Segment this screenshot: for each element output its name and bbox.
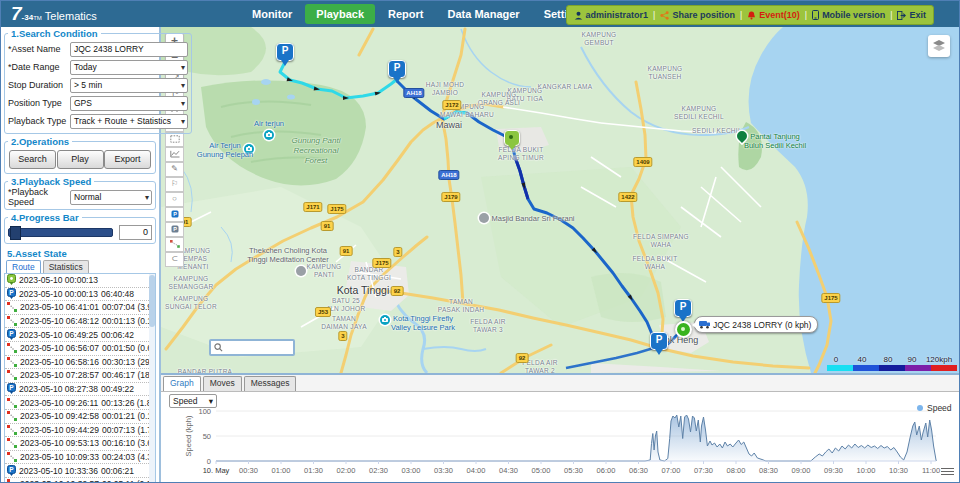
play-button[interactable]: Play: [57, 150, 104, 169]
select-area-tool[interactable]: [165, 132, 184, 147]
chart-menu-icon[interactable]: [941, 466, 954, 477]
entry-time: 2023-05-10 06:56:07: [20, 343, 99, 353]
entry-time: 2023-05-10 09:44:29: [20, 425, 99, 435]
draw-tool[interactable]: ✎: [165, 162, 184, 177]
svg-text:P: P: [9, 466, 14, 473]
road-badge-1409: 1409: [633, 157, 652, 167]
chart-legend[interactable]: Speed: [917, 403, 952, 413]
map-layers-button[interactable]: [928, 35, 950, 57]
flag-tool[interactable]: ⚐: [165, 177, 184, 192]
stop-duration-select[interactable]: > 5 min▾: [70, 78, 188, 93]
curve-tool[interactable]: ⊂: [165, 252, 184, 267]
user-bar-event-10[interactable]: Event(10): [747, 10, 800, 20]
nav-item-report[interactable]: Report: [377, 1, 434, 27]
asset-tab-route[interactable]: Route: [6, 260, 41, 273]
field-label: Playback Type: [8, 116, 70, 126]
parking-map-marker[interactable]: P: [276, 43, 294, 61]
position-type-select[interactable]: GPS▾: [70, 96, 188, 111]
asset-state-list: 2023-05-10 00:00:13P2023-05-10 00:00:130…: [4, 273, 156, 483]
asset-state-row[interactable]: 2023-05-10 09:53:1300:16:10 (3.6 km): [5, 437, 155, 451]
poi-dot-icon[interactable]: [296, 266, 306, 276]
progress-value[interactable]: 0: [119, 225, 152, 240]
asset-state-row[interactable]: 2023-05-10 10:39:5700:05:11 (0.9 km): [5, 478, 155, 483]
user-bar-share-position[interactable]: Share position: [660, 10, 735, 20]
export-button[interactable]: Export: [104, 150, 151, 169]
map-search-input[interactable]: [226, 342, 290, 354]
phone-icon: [812, 10, 819, 20]
nav-item-data-manager[interactable]: Data Manager: [436, 1, 530, 27]
asset-state-row[interactable]: 2023-05-10 06:48:1200:01:13 (0.1 km): [5, 315, 155, 329]
x-axis-tick-label: 02:00: [337, 466, 356, 475]
asset-state-row[interactable]: 2023-05-10 06:58:1600:30:13 (29.5 km): [5, 356, 155, 370]
road-badge-j179: J179: [441, 192, 460, 202]
progress-slider[interactable]: [8, 228, 113, 237]
entry-time: 2023-05-10 06:41:01: [20, 302, 99, 312]
asset-state-row[interactable]: 2023-05-10 10:09:3300:24:03 (4.3 km): [5, 451, 155, 465]
user-bar: administrator1|Share position|Event(10)|…: [566, 5, 934, 25]
x-axis-tick-label: 10. May: [203, 466, 230, 475]
stats-chart-tool[interactable]: [165, 147, 184, 162]
entry-detail: 00:07:04 (3.9 km): [102, 302, 156, 312]
stop-map-marker[interactable]: [504, 130, 520, 146]
share-icon: [660, 11, 669, 20]
asset-state-row[interactable]: 2023-05-10 09:26:1100:13:26 (1.8 km): [5, 396, 155, 410]
entry-detail: 00:01:50 (0.6 km): [102, 343, 156, 353]
asset-state-row[interactable]: P2023-05-10 00:00:1306:40:48: [5, 288, 155, 302]
parking-map-marker[interactable]: P: [388, 60, 406, 78]
parking-gray-marker-tool[interactable]: P: [165, 222, 184, 237]
asset-state-row[interactable]: 2023-05-10 06:41:0100:07:04 (3.9 km): [5, 301, 155, 315]
asset-list-scrollbar-thumb[interactable]: [149, 275, 155, 327]
asset-state-row[interactable]: P2023-05-10 10:33:3600:06:21: [5, 464, 155, 478]
parking-map-marker[interactable]: P: [674, 299, 692, 317]
asset-name-input[interactable]: [70, 42, 188, 57]
entry-time: 2023-05-10 06:58:16: [20, 357, 99, 367]
chevron-down-icon: ▾: [181, 61, 185, 74]
nav-item-monitor[interactable]: Monitor: [241, 1, 303, 27]
entry-detail: 00:49:22: [101, 384, 134, 394]
asset-state-row[interactable]: 2023-05-10 06:56:0700:01:50 (0.6 km): [5, 342, 155, 356]
user-bar-mobile-version[interactable]: Mobile version: [812, 10, 885, 20]
poi-camera-icon[interactable]: [264, 130, 274, 140]
poi-camera-icon[interactable]: [380, 315, 390, 325]
vehicle-info-label[interactable]: JQC 2438 LORRY (0 kph): [694, 316, 818, 333]
circle-tool[interactable]: ○: [165, 192, 184, 207]
field-label: Stop Duration: [8, 80, 70, 90]
road-badge-ah18: AH18: [438, 170, 459, 180]
asset-state-row[interactable]: P2023-05-10 08:27:3800:49:22: [5, 383, 155, 397]
map-terrain: [161, 27, 960, 373]
entry-time: 2023-05-10 06:48:12: [20, 316, 99, 326]
x-axis-tick-label: 02:30: [369, 466, 388, 475]
asset-state-row[interactable]: P2023-05-10 06:49:2500:06:42: [5, 328, 155, 342]
field-row-asset-name: *Asset Name: [8, 40, 188, 58]
x-axis-tick-label: 10:00: [857, 466, 876, 475]
poi-camera-icon[interactable]: [244, 144, 254, 154]
operations-section: 2.Operations SearchPlayExport: [4, 136, 156, 174]
asset-state-row[interactable]: 2023-05-10 09:44:2900:07:13 (1.7 km): [5, 424, 155, 438]
date-range-select[interactable]: Today▾: [70, 60, 188, 75]
x-axis-tick-label: 08:30: [759, 466, 778, 475]
parking-marker-tool[interactable]: P: [165, 207, 184, 222]
separator: |: [740, 10, 742, 20]
user-bar-administrator1[interactable]: administrator1: [574, 10, 649, 20]
progress-slider-handle[interactable]: [10, 226, 21, 240]
x-axis-tick-label: 07:00: [662, 466, 681, 475]
asset-state-row[interactable]: 2023-05-10 09:42:5800:01:21 (0.1 km): [5, 410, 155, 424]
x-axis-tick-label: 03:30: [434, 466, 453, 475]
asset-list-scrollbar[interactable]: [149, 274, 155, 483]
nav-item-playback[interactable]: Playback: [305, 4, 375, 24]
asset-state-row[interactable]: 2023-05-10 07:28:5700:46:17 (18.4 km): [5, 369, 155, 383]
search-button[interactable]: Search: [9, 150, 56, 169]
vehicle-label-text: JQC 2438 LORRY (0 kph): [713, 320, 811, 330]
parking-map-marker[interactable]: P: [650, 332, 668, 350]
user-bar-exit[interactable]: Exit: [897, 10, 926, 20]
map-canvas[interactable]: KAMPUNG GEMBUTKANGKAR LAMAKAMPUNG BATU T…: [161, 27, 960, 373]
playback-type-select[interactable]: Track + Route + Statistics▾: [70, 114, 188, 129]
route-segment-tool[interactable]: [165, 237, 184, 252]
road-badge-92: 92: [516, 353, 529, 363]
entry-time: 2023-05-10 08:27:38: [19, 384, 98, 394]
asset-state-row[interactable]: 2023-05-10 00:00:13: [5, 274, 155, 288]
poi-dot-icon[interactable]: [479, 213, 489, 223]
entry-detail: 00:06:42: [101, 330, 134, 340]
playback-speed-select[interactable]: Normal▾: [70, 190, 152, 205]
asset-tab-statistics[interactable]: Statistics: [43, 260, 89, 273]
